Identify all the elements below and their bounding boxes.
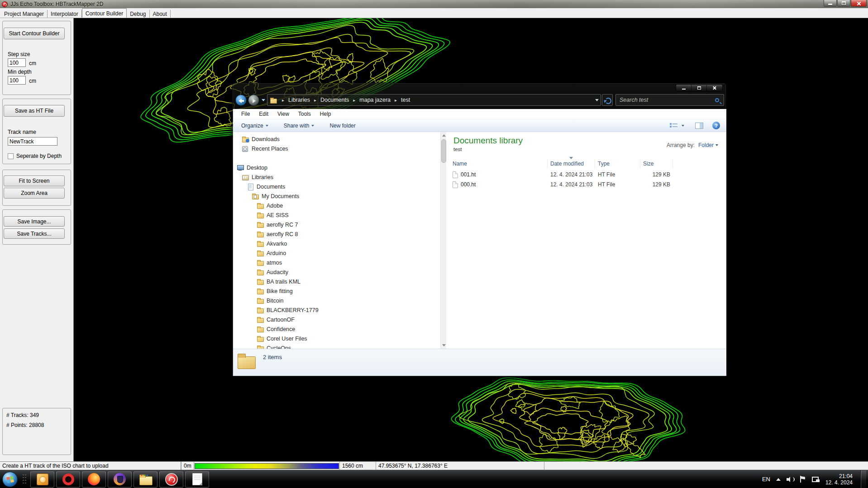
tree-item[interactable]: Akvarko	[233, 239, 440, 248]
tree-item-label: Confidence	[267, 326, 295, 332]
action-center-flag-icon[interactable]	[800, 476, 806, 483]
tree-item[interactable]: Corel User Files	[233, 334, 440, 343]
network-icon[interactable]	[812, 476, 820, 483]
tree-item[interactable]: Downloads	[233, 134, 440, 144]
tree-item[interactable]: AE SISS	[233, 210, 440, 220]
refresh-button[interactable]	[602, 94, 613, 106]
tree-item[interactable]: Confidence	[233, 324, 440, 334]
file-row[interactable]: 000.ht 12. 4. 2024 21:03 HT File 129 KB	[450, 180, 676, 190]
search-input[interactable]	[616, 97, 715, 103]
app-close-button[interactable]	[851, 0, 867, 7]
taskbar-app-button[interactable]	[82, 471, 106, 488]
address-bar[interactable]: ▸ Libraries Documents mapa jazera test	[267, 94, 601, 106]
taskbar-app-button[interactable]	[30, 471, 54, 488]
breadcrumb-item[interactable]: Documents	[320, 96, 350, 104]
scroll-up-icon[interactable]	[442, 134, 446, 137]
tree-item[interactable]: Bitcoin	[233, 296, 440, 305]
hidden-icons-chevron[interactable]	[776, 478, 781, 481]
tree-item[interactable]: Adobe	[233, 201, 440, 210]
tree-item[interactable]: Documents	[233, 182, 440, 191]
tree-item[interactable]: My Documents	[233, 191, 440, 201]
save-image-button[interactable]: Save Image...	[4, 216, 65, 227]
recent-pages-dropdown-icon[interactable]	[262, 99, 265, 101]
menu-item[interactable]: Tools	[294, 109, 315, 118]
preview-pane-icon[interactable]	[695, 123, 703, 129]
back-button[interactable]	[235, 95, 247, 106]
taskbar-app-button[interactable]	[56, 471, 80, 488]
column-header-date-modified[interactable]: Date modified	[548, 159, 595, 168]
change-view-icon[interactable]	[670, 123, 678, 129]
zoom-area-button[interactable]: Zoom Area	[4, 188, 65, 199]
organize-button[interactable]: Organize	[238, 121, 272, 131]
language-indicator[interactable]: EN	[762, 476, 770, 483]
show-desktop-button[interactable]	[860, 470, 866, 488]
breadcrumb-item[interactable]: mapa jazera	[358, 96, 391, 104]
volume-icon[interactable]	[787, 476, 794, 483]
arrange-by[interactable]: Arrange by: Folder	[667, 142, 718, 148]
taskbar-app-button[interactable]	[185, 471, 209, 488]
tree-item[interactable]: Audacity	[233, 267, 440, 277]
breadcrumb-item[interactable]: test	[400, 96, 411, 104]
clock[interactable]: 21:04 12. 4. 2024	[825, 473, 854, 486]
scroll-down-icon[interactable]	[442, 344, 446, 346]
save-as-ht-file-button[interactable]: Save as HT File	[4, 105, 65, 117]
track-name-input[interactable]	[8, 137, 57, 146]
tree-item[interactable]: aerofly RC 8	[233, 229, 440, 239]
taskbar-app-button[interactable]	[159, 471, 183, 488]
column-header-name[interactable]: Name	[450, 159, 548, 168]
column-header-size[interactable]: Size	[640, 159, 673, 168]
tab[interactable]: About	[150, 10, 171, 18]
tree-item-icon	[257, 326, 264, 332]
menu-item[interactable]: File	[237, 109, 254, 118]
explorer-close-button[interactable]	[707, 85, 722, 91]
tab[interactable]: Project Manager	[1, 10, 48, 18]
tree-item[interactable]: CycleOps	[233, 343, 440, 349]
tree-item[interactable]: atmos	[233, 258, 440, 267]
tab[interactable]: Debug	[127, 10, 149, 18]
scrollbar-thumb[interactable]	[441, 139, 446, 163]
tree-scrollbar[interactable]	[440, 132, 446, 349]
sort-icon	[569, 157, 573, 159]
step-size-input[interactable]	[8, 58, 26, 67]
separate-by-depth-checkbox[interactable]	[8, 153, 14, 159]
tree-item[interactable]: Libraries	[233, 172, 440, 182]
help-icon[interactable]	[712, 122, 720, 129]
app-maximize-button[interactable]	[837, 0, 850, 7]
tree-item[interactable]: CartoonOF	[233, 315, 440, 324]
tree-item[interactable]: Desktop	[233, 163, 440, 172]
menu-item[interactable]: View	[273, 109, 294, 118]
menu-item[interactable]: Help	[315, 109, 336, 118]
start-contour-builder-button[interactable]: Start Contour Builder	[4, 28, 65, 39]
file-row[interactable]: 001.ht 12. 4. 2024 21:03 HT File 129 KB	[450, 170, 676, 180]
tree-item[interactable]: BA trails KML	[233, 277, 440, 286]
tree-item[interactable]: Recent Places	[233, 144, 440, 153]
fit-to-screen-button[interactable]: Fit to Screen	[4, 175, 65, 186]
start-button[interactable]	[2, 472, 18, 487]
new-folder-button[interactable]: New folder	[326, 121, 359, 131]
address-dropdown-icon[interactable]	[595, 99, 599, 101]
explorer-minimize-button[interactable]	[676, 85, 692, 91]
menu-item[interactable]: Edit	[254, 109, 273, 118]
taskbar-app-button[interactable]	[134, 471, 157, 488]
tab[interactable]: Interpolator	[48, 10, 82, 18]
views-chevron-icon[interactable]	[682, 125, 684, 127]
breadcrumb-item[interactable]: Libraries	[287, 96, 311, 104]
tab[interactable]: Contour Builder	[82, 8, 127, 18]
min-depth-input[interactable]	[8, 76, 26, 85]
explorer-titlebar[interactable]: ▸ Libraries Documents mapa jazera test	[233, 83, 726, 109]
close-icon	[857, 1, 861, 5]
column-header-type[interactable]: Type	[595, 159, 640, 168]
tree-item-label: Adobe	[267, 203, 283, 209]
tree-item[interactable]: aerofly RC 7	[233, 220, 440, 229]
chevron-down-icon	[266, 125, 268, 127]
search-icon[interactable]	[715, 98, 719, 102]
app-minimize-button[interactable]	[824, 0, 837, 7]
tree-item[interactable]: Bike fitting	[233, 286, 440, 296]
save-tracks-button[interactable]: Save Tracks...	[4, 228, 65, 239]
explorer-maximize-button[interactable]	[692, 85, 707, 91]
tree-item[interactable]: Arduino	[233, 248, 440, 258]
tree-item[interactable]: BLACKBERRY-1779	[233, 305, 440, 315]
share-with-button[interactable]: Share with	[280, 121, 318, 131]
forward-button[interactable]	[248, 95, 259, 106]
taskbar-app-button[interactable]	[108, 471, 132, 488]
